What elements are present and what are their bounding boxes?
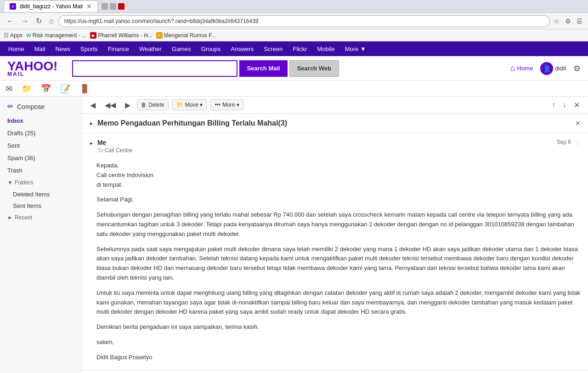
scroll-down-button[interactable]: ↓ (560, 100, 569, 110)
more-button[interactable]: ••• More ▾ (210, 99, 243, 110)
sidebar-item-drafts[interactable]: Drafts (25) (0, 127, 81, 139)
calendar-icon[interactable]: 📅 (41, 84, 51, 94)
nav-more[interactable]: More ▼ (340, 44, 371, 54)
sent-label: Sent (7, 142, 20, 149)
sidebar-item-deleted-items[interactable]: Deleted Items (0, 189, 81, 200)
nav-games[interactable]: Games (167, 44, 196, 54)
signout-icon[interactable]: 🚪 (79, 84, 90, 94)
sidebar: ✏ Compose Inbox Drafts (25) Sent Spam (3… (0, 97, 82, 373)
notepad-icon[interactable]: 📝 (60, 84, 70, 94)
header-home-link[interactable]: ⌂ Home (510, 63, 533, 73)
next-email-button[interactable]: ▶ (122, 100, 133, 110)
star-icon[interactable]: ☆ (575, 139, 581, 146)
email-paragraph-2: Sebelumnya pada saat saya mengajukan pak… (96, 245, 581, 283)
delete-button[interactable]: 🗑 Delete (137, 99, 169, 110)
nav-weather[interactable]: Weather (135, 44, 166, 54)
sidebar-item-sent-items[interactable]: Sent Items (0, 200, 81, 212)
forward-button[interactable]: → (18, 16, 31, 26)
thread-view: ► Memo Pengaduan Perhitungan Billing Ter… (82, 114, 588, 373)
minimize-icon (102, 3, 108, 10)
email-salam: salam, (96, 338, 581, 347)
wrench-button[interactable]: ⚙ (563, 17, 573, 26)
header-right: ⌂ Home 👤 didit ⚙ (510, 62, 581, 75)
avatar: 👤 (540, 62, 553, 75)
back-email-button[interactable]: ◀◀ (102, 100, 119, 110)
nav-sports[interactable]: Sports (76, 44, 102, 54)
sender-bullet-icon: ► (89, 141, 94, 146)
tab-close-button[interactable]: ✕ (86, 3, 92, 10)
search-bar-container: Search Mail Search Web (72, 60, 339, 77)
search-web-button[interactable]: Search Web (289, 60, 339, 77)
sender-name: Me (97, 139, 553, 146)
youtube-icon: ▶ (90, 32, 96, 39)
compose-pencil-icon: ✏ (7, 102, 13, 111)
nav-mobile[interactable]: Mobile (312, 44, 339, 54)
folders-label: Folders (15, 179, 33, 186)
nav-news[interactable]: News (51, 44, 75, 54)
email-header: ► Me To Call Centre Sep 6 ☆ (89, 133, 581, 157)
nav-home[interactable]: Home (4, 44, 29, 54)
nav-finance[interactable]: Finance (103, 44, 134, 54)
compose-button[interactable]: ✏ Compose (0, 98, 81, 115)
bookmarks-bar: ☷ Apps W Risk management - ... ▶ Pharrel… (0, 29, 588, 41)
bookmark-rumus[interactable]: F Mengenal Rumus F... (156, 32, 216, 39)
folder-icon[interactable]: 📁 (22, 84, 32, 94)
email-closing: Demikian berita pengaduan ini saya sampa… (96, 322, 581, 332)
email-toolbar: ◀ ◀◀ ▶ 🗑 Delete 📁 Move ▾ ••• More ▾ ↑ ↓ … (82, 97, 588, 114)
back-button[interactable]: ← (4, 16, 17, 26)
email-view: ◀ ◀◀ ▶ 🗑 Delete 📁 Move ▾ ••• More ▾ ↑ ↓ … (82, 97, 588, 373)
bookmark-pharrell-label: Pharrell Williams - H... (98, 32, 153, 39)
bookmark-apps[interactable]: ☷ Apps (4, 32, 23, 39)
mail-icon[interactable]: ✉ (6, 84, 12, 94)
nav-groups[interactable]: Groups (197, 44, 226, 54)
url-bar[interactable]: https://us-mg61.mail.yahoo.com/neo/launc… (58, 15, 550, 27)
yahoo-mail-text: MAIL (7, 71, 24, 77)
compose-label: Compose (17, 103, 45, 110)
email-paragraph-1: Sehubungan dengan penagihan billing yang… (96, 210, 581, 239)
bookmark-rumus-label: Mengenal Rumus F... (164, 32, 216, 39)
home-nav-button[interactable]: ⌂ (46, 16, 57, 26)
email-date: Sep 6 (557, 139, 571, 145)
email-signature: Didit Bagus Prasetyo (96, 353, 581, 362)
prev-email-button[interactable]: ◀ (87, 100, 98, 110)
bookmark-risk-icon: W (26, 33, 31, 38)
apps-icon: ☷ (4, 32, 9, 39)
scroll-up-button[interactable]: ↑ (549, 100, 558, 110)
search-mail-button[interactable]: Search Mail (239, 60, 287, 77)
bookmark-risk[interactable]: W Risk management - ... (26, 32, 86, 39)
close-icon (118, 3, 124, 10)
folders-arrow-icon: ▼ (7, 179, 13, 186)
spam-label: Spam (36) (7, 155, 35, 161)
yahoo-header: YAHOO! MAIL Search Mail Search Web ⌂ Hom… (0, 56, 588, 81)
browser-nav-bar: ← → ↻ ⌂ https://us-mg61.mail.yahoo.com/n… (0, 13, 588, 29)
close-thread-button[interactable]: ✕ (571, 100, 582, 110)
email-body: Kepada,Call centre Indovisiondi tempat S… (89, 157, 581, 370)
bookmark-star-button[interactable]: ☆ (552, 17, 561, 26)
sidebar-folders-section[interactable]: ▼ Folders (0, 177, 81, 189)
move-icon: 📁 (176, 102, 183, 108)
browser-tab[interactable]: Y didit_baguzz - Yahoo Mail ✕ (4, 0, 98, 12)
main-layout: ✏ Compose Inbox Drafts (25) Sent Spam (3… (0, 97, 588, 373)
sidebar-item-sent[interactable]: Sent (0, 139, 81, 152)
sidebar-item-inbox[interactable]: Inbox (0, 115, 81, 127)
nav-screen[interactable]: Screen (259, 44, 287, 54)
trash-delete-icon: 🗑 (141, 102, 147, 108)
url-text: https://us-mg61.mail.yahoo.com/neo/launc… (64, 18, 259, 24)
thread-close-button[interactable]: ✕ (575, 120, 581, 127)
sidebar-item-spam[interactable]: Spam (36) (0, 152, 81, 164)
reload-button[interactable]: ↻ (33, 16, 45, 26)
more-dots-icon: ••• (215, 102, 220, 108)
nav-mail[interactable]: Mail (30, 44, 50, 54)
settings-icon[interactable]: ⚙ (573, 63, 581, 74)
sidebar-item-trash[interactable]: Trash (0, 164, 81, 177)
thread-subject: ► Memo Pengaduan Perhitungan Billing Ter… (82, 114, 588, 133)
chrome-menu-button[interactable]: ☰ (575, 17, 584, 26)
email-salutation: Kepada,Call centre Indovisiondi tempat (96, 161, 581, 189)
sidebar-recent-section[interactable]: ► Recent (0, 212, 81, 224)
search-input[interactable] (72, 60, 237, 77)
bookmark-pharrell[interactable]: ▶ Pharrell Williams - H... (90, 32, 153, 39)
maximize-icon (110, 3, 116, 10)
move-button[interactable]: 📁 Move ▾ (172, 99, 207, 110)
nav-answers[interactable]: Answers (226, 44, 258, 54)
nav-flickr[interactable]: Flickr (288, 44, 311, 54)
